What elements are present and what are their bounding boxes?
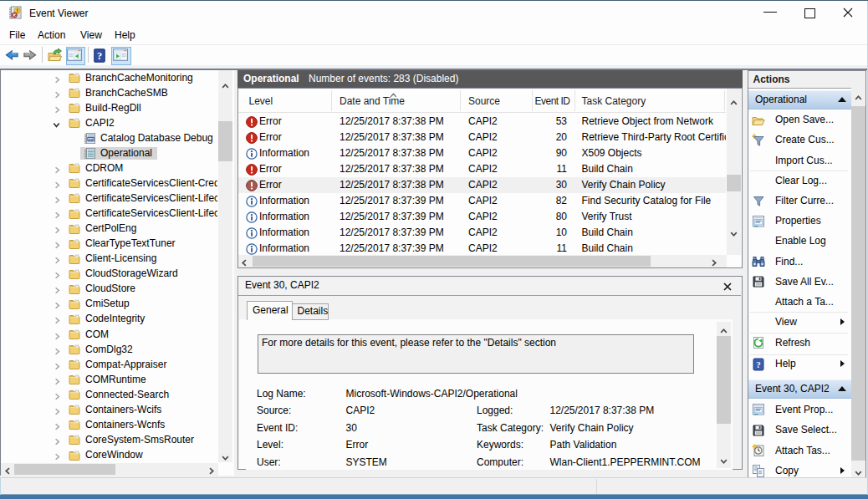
svg-text:«»: «»	[88, 135, 93, 140]
svg-text:?: ?	[756, 359, 761, 369]
svg-text:?: ?	[97, 50, 102, 62]
